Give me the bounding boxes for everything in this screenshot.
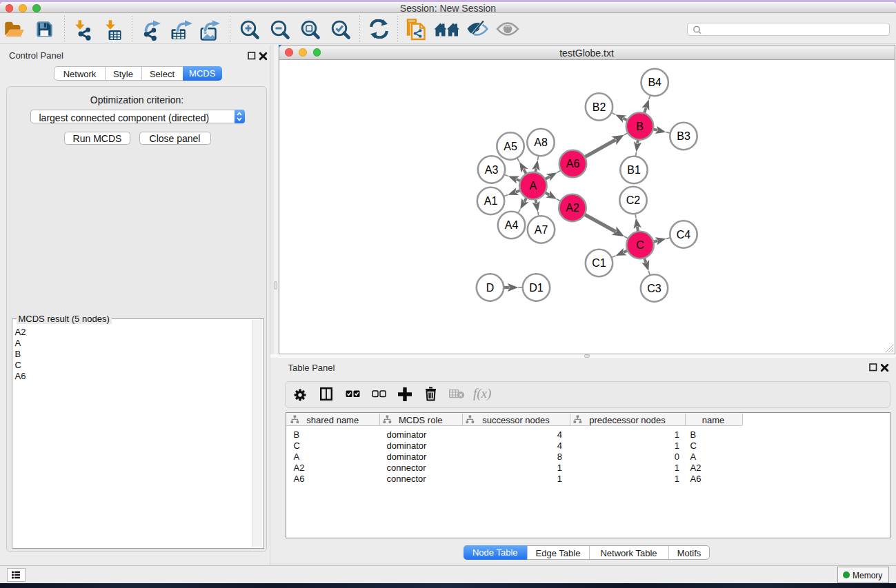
svg-text:A: A [529,180,537,192]
svg-text:A6: A6 [566,158,579,170]
svg-text:B2: B2 [592,101,606,113]
svg-text:D: D [486,282,494,294]
svg-text:A1: A1 [484,195,497,207]
svg-text:C3: C3 [647,283,661,294]
svg-text:C: C [636,239,644,251]
svg-text:A4: A4 [504,219,518,231]
svg-text:B1: B1 [627,164,641,176]
svg-text:B3: B3 [677,130,690,142]
svg-text:C4: C4 [676,229,690,241]
svg-text:D1: D1 [529,282,544,294]
svg-text:B4: B4 [648,77,661,88]
svg-text:A5: A5 [504,141,517,152]
svg-text:C2: C2 [626,194,640,206]
svg-text:A7: A7 [534,224,548,236]
svg-text:C1: C1 [592,257,606,269]
svg-text:A8: A8 [534,136,548,148]
svg-text:A3: A3 [484,164,498,176]
svg-text:A2: A2 [566,202,579,214]
svg-text:B: B [636,121,644,132]
